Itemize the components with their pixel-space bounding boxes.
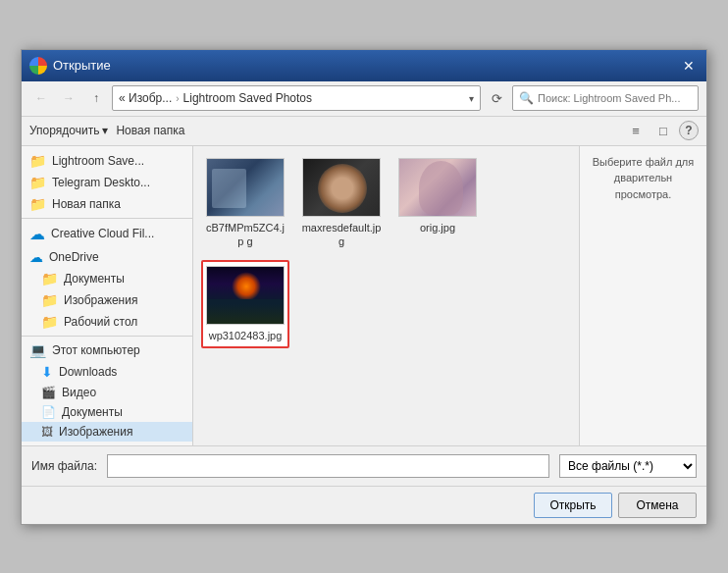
sidebar-item-label: Рабочий стол [64,315,137,329]
sidebar-item-label: Документы [62,405,123,419]
secondary-right: ≡ □ ? [624,120,699,141]
sidebar: 📁 Lightroom Save... 📁 Telegram Deskto...… [22,146,193,445]
city-buildings [207,299,284,324]
sidebar-item-desktop[interactable]: 📁 Рабочий стол [22,311,192,333]
sidebar-item-label: Telegram Deskto... [52,176,150,189]
refresh-button[interactable]: ⟳ [485,86,508,110]
downloads-icon: ⬇ [41,364,53,380]
sidebar-item-lightroom[interactable]: 📁 Lightroom Save... [22,150,192,172]
sidebar-item-label: Creative Cloud Fil... [51,227,154,240]
search-icon: 🔍 [519,91,534,105]
file-item-max[interactable]: maxresdefault.jp g [297,154,386,253]
file-grid: cB7fMPm5ZC4.jp g maxresdefault.jp g orig… [193,146,579,445]
separator [22,336,192,337]
sidebar-item-label: Downloads [59,365,117,379]
cloud-icon: ☁ [29,225,45,243]
file-item-orig[interactable]: orig.jpg [393,154,482,253]
forward-button[interactable]: → [57,86,80,110]
file-area: cB7fMPm5ZC4.jp g maxresdefault.jp g orig… [193,146,579,445]
file-thumbnail-wp [206,266,285,325]
title-bar-left: Открытие [29,57,111,75]
search-input[interactable] [538,92,692,104]
folder-icon: 📁 [29,196,46,212]
close-button[interactable]: ✕ [679,56,699,76]
view-toggle-button[interactable]: ≡ [624,120,648,141]
chrome-icon [29,57,47,75]
sidebar-item-this-pc[interactable]: 💻 Этот компьютер [22,339,192,361]
sidebar-item-downloads[interactable]: ⬇ Downloads [22,361,192,383]
sidebar-item-docs[interactable]: 📄 Документы [22,402,192,422]
file-thumbnail-max [302,158,381,217]
open-button[interactable]: Открыть [534,493,612,518]
action-bar: Открыть Отмена [22,486,706,524]
sidebar-item-telegram[interactable]: 📁 Telegram Deskto... [22,172,192,193]
preview-text: Выберите файл для дварительн просмотра. [588,154,699,203]
sidebar-item-pictures[interactable]: 🖼 Изображения [22,422,192,442]
title-bar: Открытие ✕ [22,50,706,81]
sidebar-item-label: Документы [64,272,125,286]
organize-arrow: ▾ [102,124,108,137]
sidebar-item-label: Изображения [59,425,132,439]
separator [22,218,192,219]
view-list-button[interactable]: □ [651,120,675,141]
sidebar-item-images[interactable]: 📁 Изображения [22,289,192,311]
file-thumbnail-orig [398,158,477,217]
organize-button[interactable]: Упорядочить ▾ [29,124,108,137]
sidebar-item-label: Новая папка [52,197,121,211]
path-dropdown-arrow[interactable]: ▾ [469,93,474,104]
title-controls: ✕ [679,56,699,76]
docs-icon: 📄 [41,405,56,419]
sidebar-item-label: OneDrive [49,250,99,264]
path-bar[interactable]: « Изобр... › Lightroom Saved Photos ▾ [112,85,481,111]
sidebar-item-label: Изображения [64,293,137,307]
search-bar: 🔍 [512,85,699,111]
bottom-bar: Имя файла: Все файлы (*.*) JPEG Files (*… [22,445,706,486]
file-thumbnail-cb7 [206,158,285,217]
secondary-left: Упорядочить ▾ Новая папка [29,124,184,137]
file-name-orig: orig.jpg [420,221,455,234]
folder-icon: 📁 [41,271,58,286]
folder-icon: 📁 [41,314,58,330]
filetype-select[interactable]: Все файлы (*.*) JPEG Files (*.jpg) PNG F… [559,454,697,478]
organize-label: Упорядочить [29,124,99,137]
file-name-cb7: cB7fMPm5ZC4.jp g [205,221,286,249]
filename-label: Имя файла: [31,459,97,473]
sidebar-item-onedrive[interactable]: ☁ OneDrive [22,246,192,268]
onedrive-icon: ☁ [29,249,43,265]
open-dialog: Открытие ✕ ← → ↑ « Изобр... › Lightroom … [21,49,707,525]
back-button[interactable]: ← [29,86,53,110]
dialog-title: Открытие [53,58,111,73]
sidebar-item-label: Видео [62,386,96,399]
folder-icon: 📁 [41,292,58,308]
sidebar-item-documents[interactable]: 📁 Документы [22,268,192,289]
help-button[interactable]: ? [679,121,699,140]
filename-input[interactable] [107,454,549,478]
sidebar-item-label: Этот компьютер [52,343,140,357]
file-item-cb7[interactable]: cB7fMPm5ZC4.jp g [201,154,289,253]
computer-icon: 💻 [29,342,46,358]
folder-icon: 📁 [29,153,46,169]
new-folder-button[interactable]: Новая папка [116,124,184,137]
video-icon: 🎬 [41,386,56,399]
file-name-wp: wp3102483.jpg [209,329,283,342]
address-toolbar: ← → ↑ « Изобр... › Lightroom Saved Photo… [22,81,706,117]
sidebar-item-new-folder[interactable]: 📁 Новая папка [22,193,192,215]
sidebar-item-video[interactable]: 🎬 Видео [22,383,192,402]
path-separator: › [176,93,179,104]
file-item-wp[interactable]: wp3102483.jpg [201,260,289,348]
file-name-max: maxresdefault.jp g [301,221,382,249]
up-button[interactable]: ↑ [84,86,108,110]
sidebar-item-label: Lightroom Save... [52,154,144,168]
cancel-button[interactable]: Отмена [618,493,697,518]
sidebar-item-creative-cloud[interactable]: ☁ Creative Cloud Fil... [22,222,192,246]
folder-icon: 📁 [29,175,46,190]
main-content: 📁 Lightroom Save... 📁 Telegram Deskto...… [22,146,706,445]
path-root: « Изобр... [119,91,172,105]
preview-panel: Выберите файл для дварительн просмотра. [579,146,706,445]
secondary-toolbar: Упорядочить ▾ Новая папка ≡ □ ? [22,117,706,146]
images-icon: 🖼 [41,425,53,439]
path-current: Lightroom Saved Photos [183,91,312,105]
